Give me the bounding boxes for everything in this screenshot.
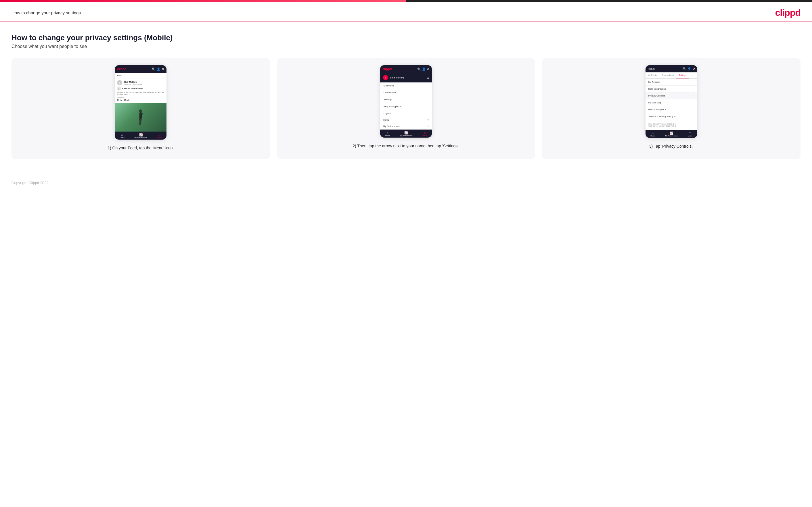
service-privacy-label: Service & Privacy Policy ↗ bbox=[648, 115, 676, 118]
phone-mockup-2: clippd 🔍 👤 ⚙ B Blair McHarg ∧ bbox=[380, 65, 432, 137]
settings-icon: ⚙ bbox=[162, 67, 164, 71]
phone2-menu-help[interactable]: Help & Support ↗ bbox=[380, 103, 432, 110]
page-subheading: Choose what you want people to see bbox=[11, 44, 801, 49]
step-2-card: clippd 🔍 👤 ⚙ B Blair McHarg ∧ bbox=[277, 58, 536, 159]
close-icon: ✕ bbox=[423, 131, 426, 134]
back-button[interactable]: ‹ Back bbox=[648, 67, 655, 70]
settings-icon-3: ⚙ bbox=[693, 67, 695, 70]
tab-settings[interactable]: Settings bbox=[676, 72, 689, 78]
menu-icon: ☰ bbox=[158, 133, 161, 136]
tab-connections[interactable]: Connections bbox=[660, 72, 676, 78]
phone2-menu-my-profile[interactable]: My Profile bbox=[380, 82, 432, 89]
phone2-user-left: B Blair McHarg bbox=[383, 75, 404, 80]
phone2-bottom-nav: ⌂ Home 📈 My Performance ✕ Menu bbox=[380, 129, 432, 137]
page-heading: How to change your privacy settings (Mob… bbox=[11, 33, 801, 42]
user-icon-3: 👤 bbox=[688, 67, 691, 70]
feed-label: Feed bbox=[115, 73, 166, 78]
phone1-sub: Yesterday · Sunningdale bbox=[123, 83, 142, 85]
user-icon: 👤 bbox=[157, 67, 160, 71]
help-support-label: Help & Support ↗ bbox=[648, 108, 666, 111]
setting-my-golf-bag[interactable]: My Golf Bag › bbox=[646, 99, 697, 106]
setting-service-privacy[interactable]: Service & Privacy Policy ↗ bbox=[646, 113, 697, 120]
phone2-nav-home[interactable]: Home ∨ bbox=[380, 117, 432, 123]
clippd-logo: clippd bbox=[775, 7, 801, 18]
phone1-nav-performance: 📈 My Performance bbox=[135, 133, 147, 138]
phone2-menu-logout[interactable]: Logout bbox=[380, 110, 432, 117]
phone1-name: Blair McHarg bbox=[123, 81, 142, 83]
phone1-golf-image bbox=[115, 103, 166, 131]
copyright-text: Copyright Clippd 2022 bbox=[11, 181, 49, 185]
top-accent-bar bbox=[0, 0, 812, 2]
step-2-label: 2) Then, tap the arrow next to your name… bbox=[353, 143, 459, 149]
chevron-icon-golf-bag: › bbox=[694, 101, 695, 104]
phone3-settings-list: My Account › Data Integrations › Privacy… bbox=[646, 79, 697, 130]
phone1-lesson-desc: Looking to feel like my hands are exitin… bbox=[117, 91, 164, 96]
home-icon-3: ⌂ bbox=[652, 131, 654, 135]
phone1-lesson-title: Lesson with Fordy bbox=[122, 87, 143, 90]
phone3-tabs: My Profile Connections Settings bbox=[646, 72, 697, 79]
search-icon-3: 🔍 bbox=[682, 67, 686, 70]
phone1-icons: 🔍 👤 ⚙ bbox=[152, 67, 164, 71]
phone2-logo: clippd bbox=[383, 67, 392, 71]
phone1-header: clippd 🔍 👤 ⚙ bbox=[115, 65, 166, 73]
phone2-nav-close[interactable]: ✕ Menu bbox=[422, 131, 427, 136]
phone2-user-avatar: B bbox=[383, 75, 388, 80]
phone1-lesson-row: 📋 Lesson with Fordy bbox=[117, 87, 164, 91]
phone-mockup-1: clippd 🔍 👤 ⚙ Feed B Blair McHarg bbox=[115, 65, 166, 139]
performance-label-2: My Performance bbox=[400, 135, 412, 136]
phone2-user-row: B Blair McHarg ∧ bbox=[380, 73, 432, 82]
phone1-avatar: B bbox=[117, 80, 122, 85]
privacy-controls-label: Privacy Controls bbox=[648, 95, 665, 97]
phone3-nav-performance: 📈 My Performance bbox=[665, 131, 678, 137]
phone1-nav-menu[interactable]: ☰ Menu bbox=[157, 133, 162, 138]
phone3-bottom-nav: ⌂ Home 📈 My Performance ☰ Menu bbox=[646, 130, 697, 138]
step-1-card: clippd 🔍 👤 ⚙ Feed B Blair McHarg bbox=[11, 58, 270, 159]
chevron-icon-integrations: › bbox=[694, 88, 695, 90]
setting-help-support[interactable]: Help & Support ↗ bbox=[646, 106, 697, 113]
phone3-version-info: Clippd Client Version: 2022.8.3-3 GQL Se… bbox=[646, 120, 697, 130]
phone3-nav-menu[interactable]: ☰ Menu bbox=[688, 131, 692, 137]
phone1-bottom-nav: ⌂ Home 📈 My Performance ☰ Menu bbox=[115, 131, 166, 139]
phone2-menu-connections[interactable]: Connections bbox=[380, 89, 432, 96]
phone2-chevron-up-icon: ∧ bbox=[427, 76, 429, 79]
page-header: How to change your privacy settings clip… bbox=[0, 2, 812, 22]
data-integrations-label: Data Integrations bbox=[648, 88, 666, 90]
phone2-nav-performance[interactable]: My Performance ∨ bbox=[380, 123, 432, 129]
my-account-label: My Account bbox=[648, 81, 660, 83]
tab-my-profile[interactable]: My Profile bbox=[646, 72, 660, 78]
home-label: Home bbox=[120, 137, 124, 138]
phone1-user-info: Blair McHarg Yesterday · Sunningdale bbox=[123, 81, 142, 85]
phone1-duration-value: 01 hr : 30 min bbox=[117, 99, 164, 101]
menu-label-2: Menu bbox=[422, 135, 427, 136]
phone-mockup-3: ‹ Back 🔍 👤 ⚙ My Profile Connections Sett… bbox=[646, 65, 697, 138]
home-icon: ⌂ bbox=[121, 133, 123, 136]
phone2-icons: 🔍 👤 ⚙ bbox=[417, 67, 429, 71]
phone2-menu-overlay: My Profile Connections Settings Help & S… bbox=[380, 82, 432, 129]
phone3-header: ‹ Back 🔍 👤 ⚙ bbox=[646, 65, 697, 72]
phone2-menu-settings[interactable]: Settings bbox=[380, 96, 432, 103]
phone2-username: Blair McHarg bbox=[390, 76, 404, 79]
setting-privacy-controls[interactable]: Privacy Controls › bbox=[646, 93, 697, 99]
my-golf-bag-label: My Golf Bag bbox=[648, 101, 661, 104]
settings-icon-2: ⚙ bbox=[427, 67, 429, 71]
performance-icon-2: 📈 bbox=[404, 131, 408, 134]
setting-my-account[interactable]: My Account › bbox=[646, 79, 697, 86]
performance-icon: 📈 bbox=[139, 133, 143, 136]
phone1-logo: clippd bbox=[117, 67, 126, 71]
svg-point-0 bbox=[139, 109, 142, 112]
performance-nav-label: My Performance bbox=[383, 125, 400, 127]
user-icon-2: 👤 bbox=[422, 67, 425, 71]
phone2-nav-performance-b: 📈 My Performance bbox=[400, 131, 412, 136]
step-3-card: ‹ Back 🔍 👤 ⚙ My Profile Connections Sett… bbox=[542, 58, 801, 159]
home-label-3: Home bbox=[650, 135, 655, 137]
menu-icon-3: ☰ bbox=[689, 131, 691, 135]
performance-icon-3: 📈 bbox=[670, 131, 673, 135]
menu-label: Menu bbox=[157, 137, 162, 138]
chevron-icon-privacy: › bbox=[694, 95, 695, 97]
phone3-nav-home: ⌂ Home bbox=[650, 131, 655, 137]
phone1-duration-label: Duration bbox=[117, 97, 164, 99]
search-icon: 🔍 bbox=[152, 67, 155, 71]
search-icon-2: 🔍 bbox=[417, 67, 421, 71]
phone1-nav-home: ⌂ Home bbox=[120, 133, 124, 138]
setting-data-integrations[interactable]: Data Integrations › bbox=[646, 86, 697, 93]
